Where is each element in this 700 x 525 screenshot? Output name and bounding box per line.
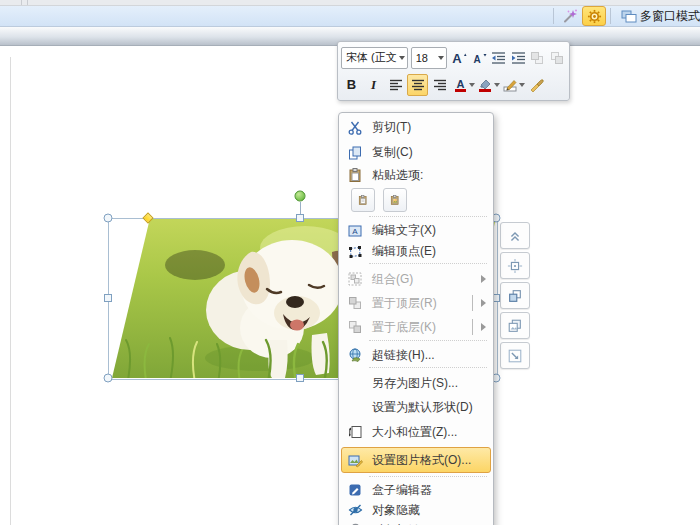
menu-item-label: 设置为默认形状(D) bbox=[372, 399, 473, 416]
bring-forward-button[interactable] bbox=[528, 47, 546, 69]
highlight-color-split-button[interactable] bbox=[476, 74, 500, 96]
paste-options-row bbox=[339, 185, 493, 215]
resize-handle-top[interactable] bbox=[296, 214, 304, 222]
highlight-color-button[interactable] bbox=[476, 74, 494, 96]
resize-handle-top-left[interactable] bbox=[104, 214, 113, 223]
menu-item-box-editor[interactable]: 盒子编辑器 bbox=[339, 480, 493, 500]
split-divider bbox=[472, 319, 473, 335]
resize-handle-bottom-left[interactable] bbox=[104, 374, 113, 383]
align-center-icon bbox=[411, 79, 425, 91]
resize-handle-left[interactable] bbox=[104, 294, 112, 302]
format-painter-button[interactable] bbox=[526, 74, 547, 96]
menu-item-bring-to-front: 置于顶层(R) bbox=[339, 291, 493, 315]
align-right-button[interactable] bbox=[429, 74, 450, 96]
italic-glyph: I bbox=[371, 77, 376, 93]
tab-divider bbox=[27, 0, 28, 5]
resize-handle-bottom[interactable] bbox=[296, 374, 304, 382]
menu-item-set-default-shape[interactable]: 设置为默认形状(D) bbox=[339, 395, 493, 419]
format-painter-brush-icon bbox=[529, 78, 544, 92]
submenu-arrow-icon bbox=[481, 323, 486, 331]
svg-text:A: A bbox=[456, 78, 464, 90]
align-left-button[interactable] bbox=[385, 74, 406, 96]
rotate-handle[interactable] bbox=[295, 191, 306, 202]
rotate-handle-stem bbox=[300, 202, 301, 214]
top-toolbar-band: 多窗口模式 bbox=[0, 6, 700, 27]
font-name-select[interactable]: 宋体 (正文 bbox=[341, 47, 408, 69]
multi-window-icon bbox=[621, 10, 637, 23]
font-color-split-button[interactable]: A bbox=[451, 74, 475, 96]
menu-item-label: 复制(C) bbox=[372, 144, 413, 161]
cut-icon bbox=[346, 121, 364, 135]
paste-keep-text-button[interactable] bbox=[351, 188, 375, 212]
menu-item-hide-object[interactable]: 对象隐藏 bbox=[339, 500, 493, 520]
font-color-icon: A bbox=[454, 78, 467, 92]
menu-item-label: 盒子编辑器 bbox=[372, 482, 432, 499]
increase-indent-button[interactable] bbox=[509, 47, 527, 69]
shrink-font-button[interactable]: A bbox=[470, 47, 488, 69]
magic-wand-button[interactable] bbox=[558, 6, 582, 26]
menu-item-label: 编辑顶点(E) bbox=[372, 243, 436, 260]
bold-glyph: B bbox=[347, 77, 356, 92]
menu-item-label: 置于顶层(R) bbox=[372, 295, 437, 312]
menu-item-format-picture[interactable]: 设置图片格式(O)... bbox=[339, 445, 493, 475]
bold-button[interactable]: B bbox=[341, 74, 362, 96]
chevron-down-icon bbox=[494, 83, 500, 87]
wrap-order-button[interactable] bbox=[500, 282, 530, 309]
format-picture-icon bbox=[346, 453, 364, 468]
font-name-value: 宋体 (正文 bbox=[346, 50, 397, 65]
submenu-arrow-icon bbox=[481, 299, 486, 307]
toolbar-divider bbox=[553, 8, 554, 24]
increase-indent-icon bbox=[511, 51, 526, 64]
paste-picture-icon bbox=[390, 192, 400, 208]
outline-color-split-button[interactable] bbox=[501, 74, 525, 96]
align-right-icon bbox=[433, 79, 447, 91]
font-size-select[interactable]: 18 bbox=[411, 47, 447, 69]
grow-font-button[interactable]: A bbox=[451, 47, 469, 69]
chevrons-up-icon bbox=[507, 227, 523, 245]
menu-item-size-and-position[interactable]: 大小和位置(Z)... bbox=[339, 419, 493, 445]
outline-pencil-icon bbox=[503, 78, 517, 92]
app-window: 多窗口模式 bbox=[0, 0, 700, 525]
menu-item-label: 设置图片格式(O)... bbox=[372, 452, 471, 469]
paste-options-label: 粘贴选项: bbox=[372, 167, 423, 184]
menu-item-lock-object[interactable]: 对象加锁 bbox=[339, 520, 493, 525]
menu-item-edit-points[interactable]: 编辑顶点(E) bbox=[339, 241, 493, 262]
menu-item-label: 对象加锁 bbox=[372, 522, 420, 525]
bring-forward-icon bbox=[530, 51, 544, 65]
chevron-down-icon bbox=[519, 83, 525, 87]
send-backward-button[interactable] bbox=[548, 47, 566, 69]
decrease-indent-button[interactable] bbox=[490, 47, 508, 69]
box-editor-icon bbox=[346, 483, 364, 497]
menu-item-hyperlink[interactable]: 超链接(H)... bbox=[339, 344, 493, 366]
multi-window-label[interactable]: 多窗口模式 bbox=[640, 8, 700, 25]
copy-icon bbox=[346, 146, 364, 160]
send-to-back-icon bbox=[346, 320, 364, 334]
decrease-indent-icon bbox=[491, 51, 506, 64]
menu-item-label: 大小和位置(Z)... bbox=[372, 424, 457, 441]
layer-images-button[interactable] bbox=[500, 312, 530, 339]
font-size-value: 18 bbox=[416, 52, 428, 64]
menu-item-save-as-picture[interactable]: 另存为图片(S)... bbox=[339, 371, 493, 395]
overlap-squares-icon bbox=[507, 287, 523, 305]
menu-item-cut[interactable]: 剪切(T) bbox=[339, 115, 493, 140]
italic-button[interactable]: I bbox=[363, 74, 384, 96]
center-position-icon bbox=[507, 257, 523, 275]
split-divider bbox=[472, 295, 473, 311]
hyperlink-globe-icon bbox=[346, 348, 364, 362]
menu-item-copy[interactable]: 复制(C) bbox=[339, 140, 493, 165]
paste-as-picture-button[interactable] bbox=[383, 188, 407, 212]
collapse-panel-button[interactable] bbox=[500, 222, 530, 249]
chevron-down-icon bbox=[399, 56, 405, 60]
menu-item-edit-text[interactable]: A 编辑文字(X) bbox=[339, 220, 493, 241]
mini-toolbar-row-2: B I bbox=[341, 71, 566, 98]
outline-color-button[interactable] bbox=[501, 74, 519, 96]
resize-object-button[interactable] bbox=[500, 342, 530, 369]
center-position-button[interactable] bbox=[500, 252, 530, 279]
align-center-button[interactable] bbox=[407, 74, 428, 96]
font-color-button[interactable]: A bbox=[451, 74, 469, 96]
edit-points-icon bbox=[346, 245, 364, 259]
settings-gear-button[interactable] bbox=[582, 6, 606, 26]
grow-font-icon: A bbox=[452, 50, 468, 65]
svg-text:A: A bbox=[473, 54, 480, 65]
align-left-icon bbox=[389, 79, 403, 91]
